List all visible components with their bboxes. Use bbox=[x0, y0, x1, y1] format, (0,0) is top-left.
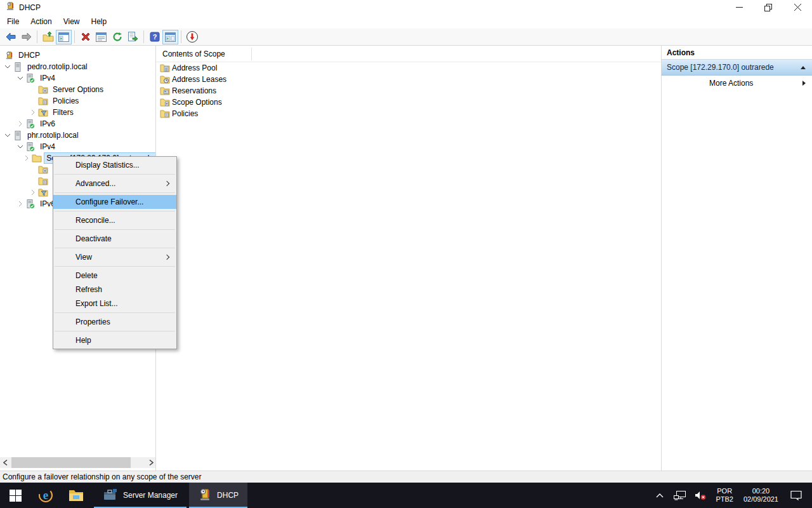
tree-item-pedro-ipv6[interactable]: IPv6 bbox=[0, 118, 155, 130]
menu-view[interactable]: View bbox=[58, 15, 86, 28]
collapsed-chevron-icon[interactable] bbox=[15, 199, 25, 209]
internet-explorer-button[interactable]: e bbox=[30, 483, 61, 508]
system-tray: POR PTB2 00:20 02/09/2021 bbox=[652, 483, 812, 508]
delete-icon[interactable] bbox=[77, 30, 93, 44]
collapsed-chevron-icon[interactable] bbox=[28, 107, 38, 117]
collapse-group-icon[interactable] bbox=[801, 66, 806, 69]
minimize-button[interactable] bbox=[724, 0, 754, 15]
dhcp-root-icon bbox=[4, 50, 14, 60]
tree-item-pedro-server[interactable]: pedro.rotolip.local bbox=[0, 61, 155, 72]
list-item-address-leases[interactable]: Address Leases bbox=[156, 74, 661, 85]
dhcp-taskbar-icon bbox=[198, 487, 212, 504]
tree-item-phr-server[interactable]: phr.rotolip.local bbox=[0, 130, 155, 141]
menu-action[interactable]: Action bbox=[25, 15, 57, 28]
submenu-arrow-icon bbox=[164, 181, 169, 186]
scroll-left-arrow-icon[interactable] bbox=[0, 457, 10, 468]
menu-bar: File Action View Help bbox=[0, 15, 812, 29]
export-list-icon[interactable] bbox=[125, 30, 141, 44]
clock[interactable]: 00:20 02/09/2021 bbox=[740, 487, 782, 504]
context-menu-view[interactable]: View bbox=[53, 250, 176, 264]
expanded-chevron-icon[interactable] bbox=[3, 130, 13, 140]
column-divider[interactable] bbox=[251, 48, 252, 60]
add-server-icon[interactable] bbox=[184, 30, 200, 44]
forward-icon[interactable] bbox=[18, 30, 34, 44]
collapsed-chevron-icon[interactable] bbox=[22, 153, 32, 163]
dhcp-console-screen: DHCP File Action View Help bbox=[0, 0, 812, 508]
toolbar-separator bbox=[143, 30, 144, 43]
expanded-chevron-icon[interactable] bbox=[15, 142, 25, 152]
help-icon[interactable]: ? bbox=[147, 30, 162, 44]
list-item-label: Reservations bbox=[172, 86, 216, 95]
collapsed-chevron-icon[interactable] bbox=[15, 119, 25, 129]
taskbar: e Server Manager DHCP bbox=[0, 483, 812, 508]
tray-date: 02/09/2021 bbox=[743, 495, 778, 504]
properties-icon[interactable] bbox=[93, 30, 109, 44]
volume-muted-icon[interactable] bbox=[692, 483, 709, 508]
menu-file[interactable]: File bbox=[1, 15, 25, 28]
more-actions-item[interactable]: More Actions bbox=[662, 76, 812, 91]
menu-help[interactable]: Help bbox=[86, 15, 113, 28]
action-center-icon[interactable] bbox=[785, 483, 807, 508]
list-item-label: Address Leases bbox=[172, 75, 226, 84]
show-console-tree-icon[interactable] bbox=[56, 30, 72, 44]
status-bar: Configure a failover relationship on any… bbox=[0, 471, 812, 483]
tree-item-pedro-server-options[interactable]: Server Options bbox=[0, 84, 155, 95]
context-menu-reconcile[interactable]: Reconcile... bbox=[53, 213, 176, 227]
server-check-icon bbox=[25, 119, 36, 129]
context-menu-display-statistics[interactable]: Display Statistics... bbox=[53, 158, 176, 172]
collapsed-chevron-icon[interactable] bbox=[28, 187, 38, 197]
context-menu-deactivate[interactable]: Deactivate bbox=[53, 232, 176, 246]
context-menu-advanced[interactable]: Advanced... bbox=[53, 177, 176, 190]
results-column-header[interactable]: Contents of Scope bbox=[156, 46, 661, 62]
scrollbar-track[interactable] bbox=[10, 457, 146, 468]
server-check-icon bbox=[25, 73, 36, 83]
menu-separator bbox=[55, 248, 175, 248]
expanded-chevron-icon[interactable] bbox=[3, 62, 13, 72]
list-item-scope-options[interactable]: Scope Options bbox=[156, 97, 661, 108]
server-check-icon bbox=[25, 199, 36, 209]
scroll-right-arrow-icon[interactable] bbox=[146, 457, 156, 468]
show-action-pane-icon[interactable] bbox=[162, 30, 178, 44]
list-item-address-pool[interactable]: Address Pool bbox=[156, 62, 661, 74]
context-menu-export-list[interactable]: Export List... bbox=[53, 297, 176, 311]
tree-item-dhcp-root[interactable]: DHCP bbox=[0, 50, 155, 61]
refresh-icon[interactable] bbox=[109, 30, 125, 44]
up-one-level-icon[interactable] bbox=[40, 30, 56, 44]
network-icon[interactable] bbox=[672, 483, 688, 508]
address-pool-icon bbox=[160, 63, 170, 73]
taskbar-app-server-manager[interactable]: Server Manager bbox=[94, 483, 187, 508]
policies-icon bbox=[160, 109, 170, 119]
expanded-chevron-icon[interactable] bbox=[15, 73, 25, 83]
context-menu-configure-failover[interactable]: Configure Failover... bbox=[53, 195, 176, 209]
context-menu-help[interactable]: Help bbox=[53, 333, 176, 347]
context-menu-delete[interactable]: Delete bbox=[53, 269, 176, 283]
tray-chevron-up-icon[interactable] bbox=[652, 483, 668, 508]
language-indicator[interactable]: POR PTB2 bbox=[712, 487, 737, 504]
folder-gear-icon bbox=[38, 84, 48, 95]
folder-scroll-icon bbox=[38, 96, 48, 106]
menu-separator bbox=[55, 331, 175, 331]
taskbar-app-dhcp[interactable]: DHCP bbox=[189, 483, 247, 508]
server-icon bbox=[13, 62, 23, 72]
close-button[interactable] bbox=[783, 0, 812, 15]
actions-scope-group-header[interactable]: Scope [172.29.170.0] outrarede bbox=[662, 60, 812, 76]
dhcp-app-icon bbox=[5, 1, 15, 13]
tree-horizontal-scrollbar[interactable] bbox=[0, 457, 156, 468]
tree-item-phr-ipv4[interactable]: IPv4 bbox=[0, 141, 155, 152]
back-icon[interactable] bbox=[3, 30, 18, 44]
scrollbar-thumb[interactable] bbox=[11, 457, 131, 468]
start-button[interactable] bbox=[0, 483, 30, 508]
menu-separator bbox=[55, 211, 175, 211]
submenu-arrow-icon bbox=[164, 255, 169, 260]
toolbar: ? bbox=[0, 29, 812, 46]
tree-item-pedro-ipv4[interactable]: IPv4 bbox=[0, 72, 155, 84]
file-explorer-button[interactable] bbox=[61, 483, 91, 508]
list-item-policies[interactable]: Policies bbox=[156, 108, 661, 119]
tree-item-pedro-filters[interactable]: Filters bbox=[0, 107, 155, 118]
restore-button[interactable] bbox=[754, 0, 783, 15]
context-menu-refresh[interactable]: Refresh bbox=[53, 283, 176, 297]
tree-item-pedro-policies[interactable]: Policies bbox=[0, 95, 155, 107]
list-item-label: Scope Options bbox=[172, 98, 222, 107]
list-item-reservations[interactable]: Reservations bbox=[156, 85, 661, 97]
context-menu-properties[interactable]: Properties bbox=[53, 315, 176, 329]
